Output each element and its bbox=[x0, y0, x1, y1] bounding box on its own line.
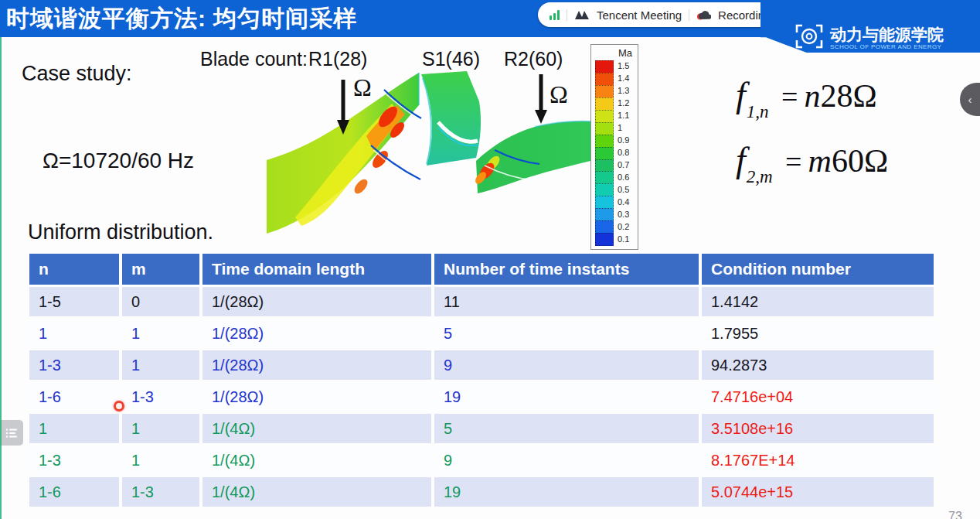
list-icon bbox=[5, 428, 18, 439]
table-row: 1-311/(4Ω)98.1767E+14 bbox=[29, 446, 934, 475]
uniform-distribution-label: Uniform distribution. bbox=[28, 220, 213, 244]
equals-sign: = bbox=[785, 145, 801, 178]
table-row: 1-61-31/(28Ω)197.4716e+04 bbox=[29, 382, 934, 411]
col-header-n: n bbox=[29, 254, 119, 285]
colorbar-cell: 0.9 bbox=[595, 135, 635, 147]
col-header-m: m bbox=[122, 254, 199, 285]
formula-subscript: 2,m bbox=[747, 167, 773, 186]
colorbar-cell: 1.1 bbox=[595, 110, 635, 122]
formula-base: f bbox=[736, 140, 746, 179]
col-header-tdl: Time domain length bbox=[202, 254, 431, 285]
colorbar-cell: 0.2 bbox=[595, 220, 635, 233]
case-study-label: Case study: bbox=[22, 62, 132, 86]
colorbar-cell: 1.2 bbox=[595, 97, 635, 110]
formula-f2: f2,m =m60Ω bbox=[736, 139, 888, 204]
formula-f1: f1,n =n28Ω bbox=[736, 74, 888, 139]
table-row: 1-311/(28Ω)994.2873 bbox=[29, 350, 934, 380]
school-name-cn: 动力与能源学院 bbox=[830, 26, 944, 43]
frequency-formulas: f1,n =n28Ω f2,m =m60Ω bbox=[736, 74, 888, 204]
cfd-contour-plot: Ω Ω bbox=[195, 43, 592, 249]
recording-cloud-icon bbox=[696, 9, 711, 20]
colorbar-cell: 1 bbox=[595, 122, 635, 135]
screen-edge-artifact bbox=[0, 37, 2, 519]
omega-label-r1: Ω bbox=[353, 73, 372, 101]
col-header-instants: Number of time instants bbox=[434, 254, 699, 285]
colorbar-cell: 0.1 bbox=[595, 233, 635, 245]
rotation-speed: Ω=10720/60 Hz bbox=[43, 149, 194, 173]
formula-rest: 28Ω bbox=[820, 78, 876, 114]
table-header-row: n m Time domain length Number of time in… bbox=[29, 254, 934, 285]
colorbar-cell: 0.6 bbox=[595, 171, 635, 183]
colorbar-cell: 0.3 bbox=[595, 208, 635, 220]
formula-variable: n bbox=[804, 78, 820, 114]
results-table: n m Time domain length Number of time in… bbox=[26, 251, 937, 509]
equals-sign: = bbox=[781, 80, 798, 113]
chevron-left-icon: ‹ bbox=[968, 93, 972, 106]
colorbar-cell: 1.3 bbox=[595, 85, 635, 97]
colorbar-cell: 0.5 bbox=[595, 183, 635, 196]
meeting-status-pill[interactable]: Tencent Meeting Recording bbox=[538, 2, 782, 27]
colorbar-cell: 1.4 bbox=[595, 73, 635, 85]
school-logo-icon bbox=[795, 22, 825, 50]
meeting-app-name: Tencent Meeting bbox=[597, 9, 682, 22]
slide-title: 时域谐波平衡方法: 均匀时间采样 bbox=[6, 3, 357, 35]
formula-rest: 60Ω bbox=[832, 143, 888, 179]
colorbar-title: Ma bbox=[595, 47, 635, 60]
colorbar-cell: 0.4 bbox=[595, 196, 635, 208]
network-signal-icon bbox=[550, 9, 560, 20]
school-banner: 动力与能源学院 SCHOOL OF POWER AND ENERGY bbox=[761, 0, 980, 53]
colorbar-rows: 1.51.41.31.21.110.90.80.70.60.50.40.30.2… bbox=[595, 60, 635, 245]
formula-subscript: 1,n bbox=[747, 102, 769, 121]
collapse-panel-tab[interactable]: ‹ bbox=[960, 83, 980, 116]
screen: 时域谐波平衡方法: 均匀时间采样 Tencent Meeting Recordi… bbox=[0, 0, 980, 519]
table-row: 1-501/(28Ω)111.4142 bbox=[29, 287, 934, 316]
page-number: 73 bbox=[948, 510, 962, 519]
mach-colorbar: Ma 1.51.41.31.21.110.90.80.70.60.50.40.3… bbox=[590, 44, 638, 250]
colorbar-cell: 1.5 bbox=[595, 60, 635, 73]
table-row: 1-61-31/(4Ω)195.0744e+15 bbox=[29, 477, 934, 507]
tencent-meeting-logo-icon bbox=[574, 9, 590, 20]
omega-label-r2: Ω bbox=[550, 80, 568, 108]
colorbar-cell: 0.8 bbox=[595, 147, 635, 159]
divider bbox=[567, 9, 567, 21]
sidebar-toggle-button[interactable] bbox=[0, 420, 23, 446]
school-name-en: SCHOOL OF POWER AND ENERGY bbox=[830, 43, 944, 50]
colorbar-cell: 0.7 bbox=[595, 159, 635, 172]
laser-pointer-dot bbox=[114, 401, 124, 411]
rotor2-omega-arrow: Ω bbox=[535, 74, 568, 124]
table-row: 111/(28Ω)51.7955 bbox=[29, 319, 934, 348]
formula-base: f bbox=[736, 75, 746, 114]
col-header-cond: Condition number bbox=[702, 254, 934, 285]
formula-variable: m bbox=[808, 143, 832, 179]
divider bbox=[689, 9, 689, 21]
table-row: 111/(4Ω)53.5108e+16 bbox=[29, 414, 934, 443]
